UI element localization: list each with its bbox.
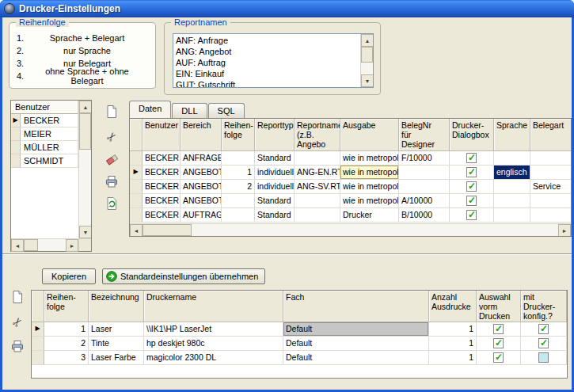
scrollbar-thumb[interactable] — [24, 239, 38, 251]
table-row-selected[interactable]: ▶ BECKER ANGEBOT 1 individuell ANG-EN.RT… — [130, 166, 571, 180]
cell-reporttyp[interactable]: Standard — [255, 151, 295, 166]
cell-reporttyp[interactable]: Standard — [255, 194, 295, 208]
cell-bereich[interactable]: ANGEBOT — [181, 166, 222, 180]
benutzer-name[interactable]: MEIER — [21, 127, 78, 141]
cell-belegnr[interactable] — [399, 166, 450, 180]
table-row[interactable]: BECKER ANGEBOT 2 individuell ANG-SV.RTM … — [130, 180, 571, 194]
kopieren-button[interactable]: Kopieren — [42, 268, 96, 284]
cell-anzahl[interactable]: 1 — [429, 322, 477, 337]
header-reportname[interactable]: Reportname (z.B. Angebo — [295, 119, 340, 151]
cell-fach[interactable]: Default — [283, 337, 429, 351]
cell-bereich[interactable]: ANGEBOT — [181, 180, 222, 194]
cell-benutzer[interactable]: BECKER — [143, 208, 181, 223]
header-druckername[interactable]: Druckername — [144, 291, 283, 322]
cell-sprache[interactable] — [494, 180, 530, 194]
cell-bezeichnung[interactable]: Laser Farbe — [89, 351, 144, 365]
konfig-checkbox[interactable] — [538, 352, 549, 363]
cell-bezeichnung[interactable]: Laser — [89, 322, 144, 337]
header-reihenfolge[interactable]: Reihen- folge — [222, 119, 255, 151]
new-record-button[interactable] — [103, 103, 120, 120]
cut-printer-button[interactable]: ✂ — [9, 314, 26, 331]
scrollbar-thumb[interactable] — [143, 224, 192, 236]
cell-fach[interactable]: Default — [283, 351, 429, 365]
scroll-down-button[interactable]: ▼ — [361, 74, 374, 87]
header-bezeichnung[interactable]: Bezeichnung — [89, 291, 144, 322]
cell-fach-selected[interactable]: Default — [283, 322, 429, 337]
scroll-right-button[interactable]: ► — [558, 224, 571, 237]
header-konfig[interactable]: mit Drucker- konfig.? — [521, 291, 567, 322]
cell-druckername[interactable]: \\IK1\HP LaserJet — [144, 322, 283, 337]
cell-belegnr[interactable] — [399, 180, 450, 194]
title-bar[interactable]: Drucker-Einstellungen — [0, 0, 574, 17]
tab-dll[interactable]: DLL — [172, 103, 207, 118]
cell-reihenfolge[interactable]: 2 — [44, 337, 89, 351]
header-reporttyp[interactable]: Reporttyp — [255, 119, 295, 151]
benutzer-horizontal-scrollbar[interactable]: ◄ ► — [11, 238, 78, 251]
header-reihenfolge[interactable]: Reihen- folge — [44, 291, 89, 322]
print-button[interactable] — [103, 173, 120, 190]
scroll-down-button[interactable]: ▼ — [79, 226, 91, 238]
cell-bereich[interactable]: AUFTRAG — [181, 208, 222, 223]
new-printer-button[interactable] — [9, 288, 26, 306]
cell-reporttyp[interactable]: Standard — [255, 208, 295, 223]
cell-sprache-selected[interactable]: englisch — [494, 166, 530, 180]
cell-ausgabe[interactable]: wie in metropolis — [340, 180, 399, 194]
benutzer-row[interactable]: ▶ BECKER — [11, 114, 78, 127]
table-row-selected[interactable]: ▶ 1 Laser \\IK1\HP LaserJet Default 1 — [32, 322, 567, 337]
header-anzahl[interactable]: Anzahl Ausdrucke — [429, 291, 477, 322]
benutzer-name[interactable]: SCHMIDT — [21, 154, 78, 168]
benutzer-row[interactable]: MÜLLER — [11, 141, 78, 154]
cell-benutzer[interactable]: BECKER — [143, 151, 181, 166]
cell-ausgabe-focused[interactable]: wie in metropolis — [340, 166, 399, 180]
benutzer-name[interactable]: BECKER — [21, 114, 78, 127]
cell-benutzer[interactable]: BECKER — [143, 194, 181, 208]
dialogbox-checkbox[interactable] — [466, 167, 477, 177]
benutzer-vertical-scrollbar[interactable]: ▲ ▼ — [78, 101, 91, 238]
cell-benutzer[interactable]: BECKER — [143, 166, 181, 180]
scrollbar-track[interactable] — [38, 239, 66, 251]
scrollbar-thumb[interactable] — [361, 47, 373, 63]
cell-benutzer[interactable]: BECKER — [143, 180, 181, 194]
tab-daten[interactable]: Daten — [129, 101, 171, 118]
table-row[interactable]: BECKER AUFTRAG Standard Drucker B/10000 — [130, 208, 571, 223]
cell-reihenfolge[interactable] — [222, 194, 255, 208]
cell-ausgabe[interactable]: Drucker — [340, 208, 399, 223]
list-item[interactable]: EIN: Einkauf — [176, 68, 360, 79]
benutzer-column-header[interactable]: Benutzer — [11, 101, 78, 114]
cell-reihenfolge[interactable] — [222, 151, 255, 166]
dialogbox-checkbox[interactable] — [466, 181, 477, 192]
cell-belegart[interactable] — [530, 151, 572, 166]
cell-reportname[interactable] — [295, 208, 340, 223]
scrollbar-track[interactable] — [79, 150, 91, 226]
header-sprache[interactable]: Sprache — [494, 119, 530, 151]
auswahl-checkbox[interactable] — [493, 324, 504, 334]
header-belegnr[interactable]: BelegNr für Designer — [399, 119, 450, 151]
cell-belegnr[interactable]: F/10000 — [399, 151, 450, 166]
cell-reportname[interactable]: ANG-EN.RTM — [295, 166, 340, 180]
standardeinstellungen-button[interactable]: Standardeinstellungen übernehmen — [102, 268, 265, 284]
cell-druckername[interactable]: hp deskjet 980c — [144, 337, 283, 351]
print-test-button[interactable] — [9, 337, 26, 355]
cell-reihenfolge[interactable]: 1 — [44, 322, 89, 337]
dialogbox-checkbox[interactable] — [466, 196, 477, 206]
scrollbar-thumb[interactable] — [79, 113, 91, 150]
benutzer-row[interactable]: SCHMIDT — [11, 154, 78, 168]
cell-reporttyp[interactable]: individuell — [255, 180, 295, 194]
header-ausgabe[interactable]: Ausgabe — [340, 119, 399, 151]
cell-reportname[interactable]: ANG-SV.RTM — [295, 180, 340, 194]
list-item[interactable]: ANF: Anfrage — [176, 35, 360, 46]
table-row[interactable]: BECKER ANGEBOT Standard wie in metropoli… — [130, 194, 571, 208]
scroll-up-button[interactable]: ▲ — [79, 101, 91, 113]
daten-horizontal-scrollbar[interactable]: ◄ ► — [130, 223, 571, 236]
header-bereich[interactable]: Bereich — [181, 119, 222, 151]
cut-button[interactable]: ✂ — [103, 128, 120, 146]
cell-reihenfolge[interactable]: 2 — [222, 180, 255, 194]
reportnamen-listbox[interactable]: ANF: Anfrage ANG: Angebot AUF: Auftrag E… — [173, 33, 374, 88]
list-item[interactable]: ANG: Angebot — [176, 46, 360, 57]
cell-belegnr[interactable]: A/10000 — [399, 194, 450, 208]
cell-belegart[interactable]: Service — [530, 180, 572, 194]
header-benutzer[interactable]: Benutzer — [143, 119, 181, 151]
header-fach[interactable]: Fach — [283, 291, 429, 322]
table-row[interactable]: BECKER ANFRAGE Standard wie in metropoli… — [130, 151, 571, 166]
cell-ausgabe[interactable]: wie in metropolis — [340, 194, 399, 208]
